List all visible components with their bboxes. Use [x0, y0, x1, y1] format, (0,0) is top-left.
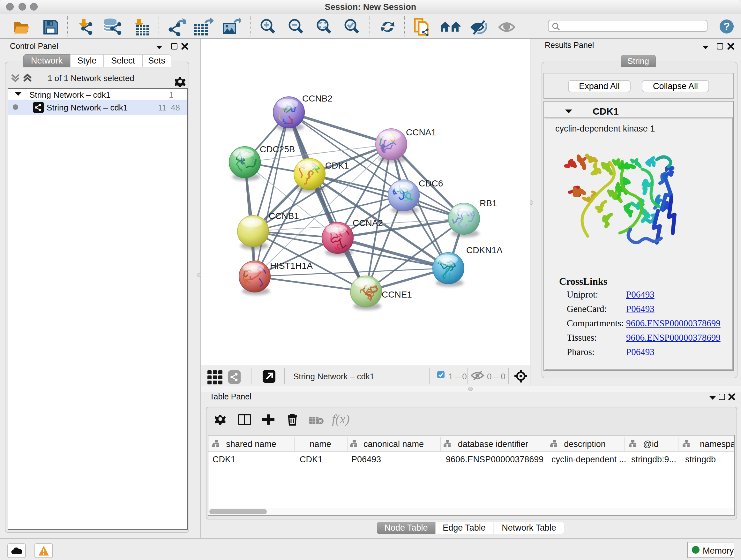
svg-text:CDC6: CDC6: [419, 179, 443, 188]
svg-text:CDK1: CDK1: [325, 161, 349, 171]
svg-text:CDC25B: CDC25B: [260, 144, 295, 154]
svg-text:CCNB2: CCNB2: [302, 94, 333, 104]
svg-text:CCNA2: CCNA2: [353, 218, 383, 228]
svg-text:CCNE1: CCNE1: [382, 290, 412, 300]
svg-text:CCNA1: CCNA1: [406, 127, 436, 137]
svg-text:HIST1H1A: HIST1H1A: [270, 261, 313, 271]
svg-text:CDKN1A: CDKN1A: [466, 245, 502, 255]
svg-text:RB1: RB1: [480, 198, 497, 208]
svg-text:CCNB1: CCNB1: [269, 211, 299, 221]
